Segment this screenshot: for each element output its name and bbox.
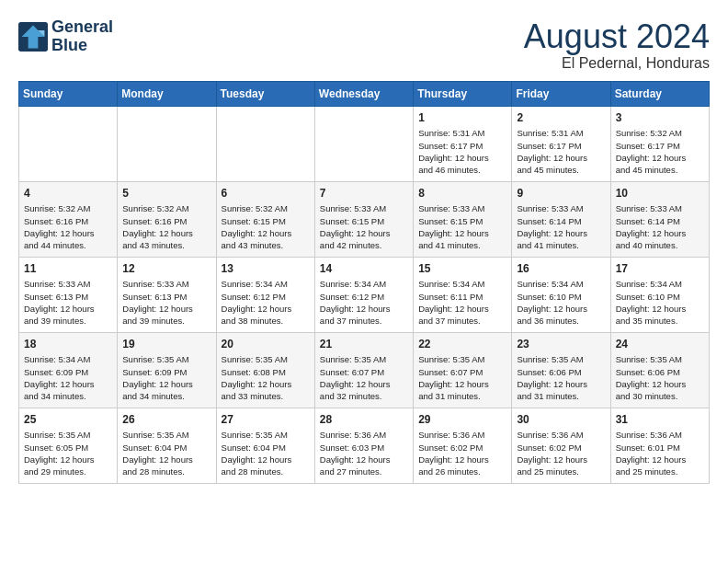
day-number: 22	[418, 337, 506, 352]
day-info: Sunrise: 5:36 AM Sunset: 6:02 PM Dayligh…	[517, 429, 605, 477]
calendar-cell: 2Sunrise: 5:31 AM Sunset: 6:17 PM Daylig…	[512, 106, 610, 181]
logo-text: General Blue	[51, 18, 113, 55]
location-title: El Pedernal, Honduras	[524, 55, 710, 72]
calendar-cell: 21Sunrise: 5:35 AM Sunset: 6:07 PM Dayli…	[314, 332, 413, 408]
calendar-cell: 7Sunrise: 5:33 AM Sunset: 6:15 PM Daylig…	[314, 181, 413, 257]
weekday-header-row: SundayMondayTuesdayWednesdayThursdayFrid…	[19, 81, 710, 106]
calendar-cell: 8Sunrise: 5:33 AM Sunset: 6:15 PM Daylig…	[414, 181, 512, 257]
calendar-cell	[19, 106, 118, 181]
day-info: Sunrise: 5:35 AM Sunset: 6:08 PM Dayligh…	[222, 353, 310, 402]
weekday-header-friday: Friday	[512, 81, 610, 106]
day-number: 9	[517, 186, 605, 201]
day-number: 28	[320, 412, 408, 428]
calendar-cell: 5Sunrise: 5:32 AM Sunset: 6:16 PM Daylig…	[118, 181, 216, 257]
day-number: 8	[418, 186, 506, 201]
day-number: 5	[122, 186, 210, 201]
day-number: 31	[616, 412, 704, 428]
calendar-week-row: 11Sunrise: 5:33 AM Sunset: 6:13 PM Dayli…	[19, 257, 710, 332]
calendar-cell: 27Sunrise: 5:35 AM Sunset: 6:04 PM Dayli…	[216, 408, 314, 483]
calendar-cell: 25Sunrise: 5:35 AM Sunset: 6:05 PM Dayli…	[19, 408, 118, 483]
day-number: 3	[616, 110, 704, 126]
day-info: Sunrise: 5:31 AM Sunset: 6:17 PM Dayligh…	[418, 127, 506, 176]
day-info: Sunrise: 5:33 AM Sunset: 6:15 PM Dayligh…	[320, 202, 408, 251]
day-number: 21	[320, 337, 408, 352]
day-info: Sunrise: 5:33 AM Sunset: 6:13 PM Dayligh…	[122, 278, 210, 327]
day-number: 24	[616, 337, 704, 352]
day-info: Sunrise: 5:33 AM Sunset: 6:14 PM Dayligh…	[616, 202, 704, 251]
calendar-cell: 28Sunrise: 5:36 AM Sunset: 6:03 PM Dayli…	[314, 408, 413, 483]
weekday-header-thursday: Thursday	[414, 81, 512, 106]
day-info: Sunrise: 5:33 AM Sunset: 6:13 PM Dayligh…	[24, 278, 112, 327]
calendar-week-row: 18Sunrise: 5:34 AM Sunset: 6:09 PM Dayli…	[19, 332, 710, 408]
calendar-cell: 12Sunrise: 5:33 AM Sunset: 6:13 PM Dayli…	[118, 257, 216, 332]
day-number: 30	[517, 412, 605, 428]
day-info: Sunrise: 5:35 AM Sunset: 6:04 PM Dayligh…	[222, 429, 310, 477]
day-info: Sunrise: 5:32 AM Sunset: 6:16 PM Dayligh…	[24, 202, 112, 251]
day-info: Sunrise: 5:35 AM Sunset: 6:04 PM Dayligh…	[122, 429, 210, 477]
calendar-cell: 9Sunrise: 5:33 AM Sunset: 6:14 PM Daylig…	[512, 181, 610, 257]
day-info: Sunrise: 5:34 AM Sunset: 6:10 PM Dayligh…	[517, 278, 605, 327]
calendar-cell: 19Sunrise: 5:35 AM Sunset: 6:09 PM Dayli…	[118, 332, 216, 408]
day-info: Sunrise: 5:34 AM Sunset: 6:12 PM Dayligh…	[320, 278, 408, 327]
calendar-week-row: 25Sunrise: 5:35 AM Sunset: 6:05 PM Dayli…	[19, 408, 710, 483]
calendar-cell: 18Sunrise: 5:34 AM Sunset: 6:09 PM Dayli…	[19, 332, 118, 408]
day-info: Sunrise: 5:35 AM Sunset: 6:05 PM Dayligh…	[24, 429, 112, 477]
day-number: 1	[418, 110, 506, 126]
calendar-cell: 29Sunrise: 5:36 AM Sunset: 6:02 PM Dayli…	[414, 408, 512, 483]
day-info: Sunrise: 5:33 AM Sunset: 6:15 PM Dayligh…	[418, 202, 506, 251]
day-number: 17	[616, 261, 704, 277]
title-block: August 2024 El Pedernal, Honduras	[524, 18, 710, 72]
calendar-cell: 24Sunrise: 5:35 AM Sunset: 6:06 PM Dayli…	[610, 332, 709, 408]
calendar-cell: 14Sunrise: 5:34 AM Sunset: 6:12 PM Dayli…	[314, 257, 413, 332]
day-number: 12	[122, 261, 210, 277]
calendar-week-row: 4Sunrise: 5:32 AM Sunset: 6:16 PM Daylig…	[19, 181, 710, 257]
day-info: Sunrise: 5:32 AM Sunset: 6:17 PM Dayligh…	[616, 127, 704, 176]
day-number: 6	[222, 186, 310, 201]
day-number: 7	[320, 186, 408, 201]
day-number: 2	[517, 110, 605, 126]
weekday-header-wednesday: Wednesday	[314, 81, 413, 106]
day-number: 23	[517, 337, 605, 352]
day-info: Sunrise: 5:35 AM Sunset: 6:09 PM Dayligh…	[122, 353, 210, 402]
day-info: Sunrise: 5:36 AM Sunset: 6:03 PM Dayligh…	[320, 429, 408, 477]
calendar-cell: 4Sunrise: 5:32 AM Sunset: 6:16 PM Daylig…	[19, 181, 118, 257]
day-info: Sunrise: 5:35 AM Sunset: 6:06 PM Dayligh…	[616, 353, 704, 402]
calendar-cell: 13Sunrise: 5:34 AM Sunset: 6:12 PM Dayli…	[216, 257, 314, 332]
calendar-cell: 10Sunrise: 5:33 AM Sunset: 6:14 PM Dayli…	[610, 181, 709, 257]
calendar-cell: 11Sunrise: 5:33 AM Sunset: 6:13 PM Dayli…	[19, 257, 118, 332]
day-number: 26	[122, 412, 210, 428]
day-number: 14	[320, 261, 408, 277]
calendar-week-row: 1Sunrise: 5:31 AM Sunset: 6:17 PM Daylig…	[19, 106, 710, 181]
calendar-cell: 22Sunrise: 5:35 AM Sunset: 6:07 PM Dayli…	[414, 332, 512, 408]
calendar-table: SundayMondayTuesdayWednesdayThursdayFrid…	[18, 81, 710, 484]
day-info: Sunrise: 5:34 AM Sunset: 6:09 PM Dayligh…	[24, 353, 112, 402]
day-number: 4	[24, 186, 112, 201]
day-info: Sunrise: 5:33 AM Sunset: 6:14 PM Dayligh…	[517, 202, 605, 251]
day-number: 16	[517, 261, 605, 277]
calendar-cell: 16Sunrise: 5:34 AM Sunset: 6:10 PM Dayli…	[512, 257, 610, 332]
calendar-cell	[216, 106, 314, 181]
logo-icon	[18, 22, 48, 52]
day-info: Sunrise: 5:32 AM Sunset: 6:15 PM Dayligh…	[222, 202, 310, 251]
calendar-cell: 26Sunrise: 5:35 AM Sunset: 6:04 PM Dayli…	[118, 408, 216, 483]
day-number: 13	[222, 261, 310, 277]
calendar-cell: 3Sunrise: 5:32 AM Sunset: 6:17 PM Daylig…	[610, 106, 709, 181]
day-info: Sunrise: 5:34 AM Sunset: 6:10 PM Dayligh…	[616, 278, 704, 327]
day-info: Sunrise: 5:35 AM Sunset: 6:07 PM Dayligh…	[418, 353, 506, 402]
weekday-header-sunday: Sunday	[19, 81, 118, 106]
calendar-body: 1Sunrise: 5:31 AM Sunset: 6:17 PM Daylig…	[19, 106, 710, 483]
weekday-header-monday: Monday	[118, 81, 216, 106]
day-number: 15	[418, 261, 506, 277]
day-info: Sunrise: 5:35 AM Sunset: 6:07 PM Dayligh…	[320, 353, 408, 402]
day-number: 10	[616, 186, 704, 201]
day-number: 27	[222, 412, 310, 428]
day-number: 18	[24, 337, 112, 352]
day-info: Sunrise: 5:34 AM Sunset: 6:12 PM Dayligh…	[222, 278, 310, 327]
day-number: 25	[24, 412, 112, 428]
day-info: Sunrise: 5:32 AM Sunset: 6:16 PM Dayligh…	[122, 202, 210, 251]
day-number: 29	[418, 412, 506, 428]
day-number: 11	[24, 261, 112, 277]
day-info: Sunrise: 5:35 AM Sunset: 6:06 PM Dayligh…	[517, 353, 605, 402]
logo: General Blue	[18, 18, 113, 55]
calendar-cell: 31Sunrise: 5:36 AM Sunset: 6:01 PM Dayli…	[610, 408, 709, 483]
